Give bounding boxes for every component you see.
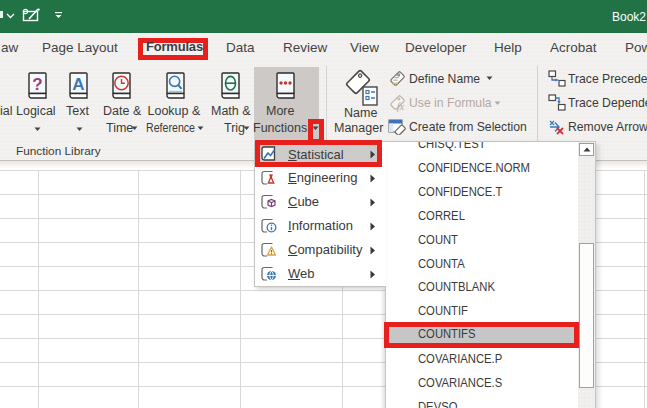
svg-text:fx: fx — [397, 101, 405, 112]
svg-text:?: ? — [32, 75, 42, 94]
svg-text:A: A — [72, 75, 84, 94]
